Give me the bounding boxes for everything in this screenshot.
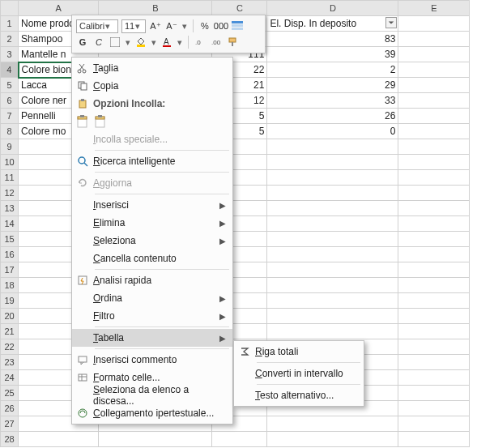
row-header[interactable]: 26 — [1, 401, 19, 416]
row-header[interactable]: 9 — [1, 139, 19, 155]
menu-item[interactable]: Inserisci▶ — [72, 196, 232, 214]
select-all-corner[interactable] — [1, 1, 19, 16]
cell-E2[interactable] — [398, 32, 470, 47]
menu-item[interactable]: Ordina▶ — [72, 289, 232, 307]
cell-D1[interactable]: El. Disp. In deposito — [267, 16, 398, 32]
font-family-select[interactable]: Calibri▾ — [76, 19, 118, 33]
col-header-E[interactable]: E — [398, 1, 470, 16]
border-button[interactable] — [109, 36, 121, 49]
cell-D3[interactable]: 39 — [267, 47, 398, 62]
submenu-item[interactable]: Riga totali — [234, 343, 364, 361]
row-header[interactable]: 15 — [1, 232, 19, 247]
menu-item[interactable]: Inserisci commento — [72, 351, 232, 369]
cell-D7[interactable]: 26 — [267, 109, 398, 124]
row-header[interactable]: 7 — [1, 109, 19, 124]
menu-item[interactable]: Analisi rapida — [72, 271, 232, 289]
cell-E24[interactable] — [398, 370, 470, 386]
cell-E3[interactable] — [398, 47, 470, 62]
cell-D12[interactable] — [267, 186, 398, 201]
cell-E26[interactable] — [398, 401, 470, 416]
row-header[interactable]: 8 — [1, 124, 19, 139]
cell-E5[interactable] — [398, 78, 470, 93]
row-header[interactable]: 20 — [1, 309, 19, 324]
row-header[interactable]: 10 — [1, 155, 19, 170]
format-painter-button[interactable] — [226, 36, 239, 49]
row-header[interactable]: 23 — [1, 355, 19, 370]
decrease-font-button[interactable]: A⁻ — [165, 19, 178, 32]
cell-D15[interactable] — [267, 232, 398, 247]
row-header[interactable]: 21 — [1, 324, 19, 339]
cell-E16[interactable] — [398, 247, 470, 262]
cell-E19[interactable] — [398, 293, 470, 309]
cell-D19[interactable] — [267, 293, 398, 309]
cell-E18[interactable] — [398, 278, 470, 293]
menu-item[interactable]: Taglia — [72, 59, 232, 77]
menu-item[interactable]: Cancella contenuto — [72, 250, 232, 267]
cell-D18[interactable] — [267, 278, 398, 293]
cell-D6[interactable]: 33 — [267, 93, 398, 109]
cell-D9[interactable] — [267, 139, 398, 155]
submenu-item[interactable]: Converti in intervallo — [234, 365, 364, 382]
cell-E23[interactable] — [398, 355, 470, 370]
cell-E17[interactable] — [398, 262, 470, 278]
row-header[interactable]: 18 — [1, 278, 19, 293]
cell-D10[interactable] — [267, 155, 398, 170]
menu-item[interactable]: Copia — [72, 77, 232, 95]
thousands-button[interactable]: 000 — [215, 19, 228, 32]
row-header[interactable]: 28 — [1, 432, 19, 447]
cell-E7[interactable] — [398, 109, 470, 124]
bold-button[interactable]: G — [76, 36, 89, 49]
menu-item[interactable]: Elimina▶ — [72, 214, 232, 232]
menu-item[interactable]: Seleziona da elenco a discesa... — [72, 386, 232, 404]
cell-E15[interactable] — [398, 232, 470, 247]
cell-A28[interactable] — [19, 432, 99, 447]
menu-item[interactable]: Filtro▶ — [72, 307, 232, 325]
cell-E6[interactable] — [398, 93, 470, 109]
cell-D27[interactable] — [267, 416, 398, 432]
cell-E20[interactable] — [398, 309, 470, 324]
row-header[interactable]: 3 — [1, 47, 19, 62]
cell-E21[interactable] — [398, 324, 470, 339]
row-header[interactable]: 14 — [1, 216, 19, 232]
col-header-B[interactable]: B — [99, 1, 212, 16]
cell-E9[interactable] — [398, 139, 470, 155]
menu-item[interactable] — [72, 113, 232, 130]
italic-button[interactable]: C — [92, 36, 105, 49]
filter-button[interactable] — [385, 17, 397, 28]
row-header[interactable]: 17 — [1, 262, 19, 278]
cell-D21[interactable] — [267, 324, 398, 339]
cell-E11[interactable] — [398, 170, 470, 186]
cell-E28[interactable] — [398, 432, 470, 447]
cell-E4[interactable] — [398, 62, 470, 78]
col-header-C[interactable]: C — [212, 1, 267, 16]
percent-button[interactable]: % — [198, 19, 211, 32]
cell-E14[interactable] — [398, 216, 470, 232]
row-header[interactable]: 22 — [1, 339, 19, 355]
cell-D17[interactable] — [267, 262, 398, 278]
cell-E27[interactable] — [398, 416, 470, 432]
cell-E10[interactable] — [398, 155, 470, 170]
cell-E22[interactable] — [398, 339, 470, 355]
cell-D2[interactable]: 83 — [267, 32, 398, 47]
row-header[interactable]: 6 — [1, 93, 19, 109]
cell-E13[interactable] — [398, 201, 470, 216]
menu-item[interactable]: Collegamento ipertestuale... — [72, 404, 232, 422]
fill-color-button[interactable] — [134, 36, 147, 49]
row-header[interactable]: 24 — [1, 370, 19, 386]
cell-D11[interactable] — [267, 170, 398, 186]
menu-item[interactable]: Tabella▶ — [72, 329, 232, 347]
row-header[interactable]: 12 — [1, 186, 19, 201]
row-header[interactable]: 1 — [1, 16, 19, 32]
cell-D5[interactable]: 29 — [267, 78, 398, 93]
cell-D20[interactable] — [267, 309, 398, 324]
row-header[interactable]: 25 — [1, 386, 19, 401]
row-header[interactable]: 13 — [1, 201, 19, 216]
menu-item[interactable]: Ricerca intelligente — [72, 152, 232, 170]
row-header[interactable]: 11 — [1, 170, 19, 186]
cell-D28[interactable] — [267, 432, 398, 447]
cell-D13[interactable] — [267, 201, 398, 216]
cell-D14[interactable] — [267, 216, 398, 232]
cell-C28[interactable] — [212, 432, 267, 447]
row-header[interactable]: 19 — [1, 293, 19, 309]
menu-item[interactable]: Seleziona▶ — [72, 232, 232, 250]
